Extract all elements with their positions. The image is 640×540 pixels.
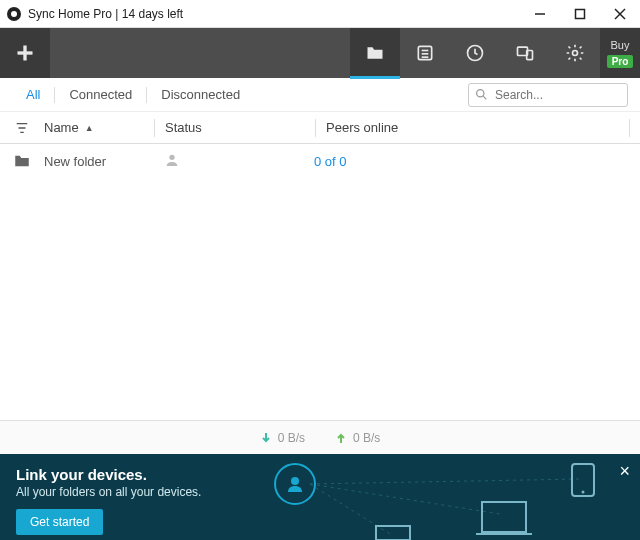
- svg-line-17: [483, 96, 486, 99]
- person-icon: [164, 152, 180, 168]
- search-wrap: [468, 83, 628, 107]
- svg-rect-24: [482, 502, 526, 532]
- row-status: [154, 152, 304, 171]
- status-bar: 0 B/s 0 B/s: [0, 420, 640, 454]
- folder-icon: [365, 43, 385, 63]
- clock-icon: [465, 43, 485, 63]
- svg-point-16: [477, 89, 484, 96]
- get-started-button[interactable]: Get started: [16, 509, 103, 535]
- row-name: New folder: [44, 154, 154, 169]
- column-name-label: Name: [44, 120, 79, 135]
- row-peers[interactable]: 0 of 0: [304, 154, 640, 169]
- upload-speed-value: 0 B/s: [353, 431, 380, 445]
- column-peers-label: Peers online: [326, 120, 398, 135]
- filter-connected[interactable]: Connected: [55, 87, 146, 102]
- folder-icon: [13, 152, 31, 170]
- folders-tab[interactable]: [350, 28, 400, 78]
- close-button[interactable]: [600, 0, 640, 28]
- separator: [315, 119, 316, 137]
- window-title: Sync Home Pro | 14 days left: [28, 7, 520, 21]
- devices-tab[interactable]: [500, 28, 550, 78]
- toolbar-spacer: [50, 28, 350, 78]
- buy-label: Buy: [611, 39, 630, 51]
- app-icon: [6, 6, 22, 22]
- banner-subtitle: All your folders on all your devices.: [16, 485, 624, 499]
- maximize-button[interactable]: [560, 0, 600, 28]
- svg-point-18: [169, 154, 174, 159]
- svg-rect-28: [376, 526, 410, 540]
- svg-point-1: [11, 11, 17, 17]
- arrow-up-icon: [335, 432, 347, 444]
- folder-list: New folder 0 of 0: [0, 144, 640, 420]
- search-input[interactable]: [468, 83, 628, 107]
- buy-pro-button[interactable]: Buy Pro: [600, 28, 640, 78]
- column-header: Name ▲ Status Peers online: [0, 112, 640, 144]
- row-folder-icon: [0, 152, 44, 170]
- titlebar: Sync Home Pro | 14 days left: [0, 0, 640, 28]
- filter-icon: [15, 121, 29, 135]
- filter-bar: All Connected Disconnected: [0, 78, 640, 112]
- column-name[interactable]: Name ▲: [44, 120, 154, 135]
- filter-disconnected[interactable]: Disconnected: [147, 87, 254, 102]
- table-row[interactable]: New folder 0 of 0: [0, 144, 640, 178]
- column-status[interactable]: Status: [165, 120, 315, 135]
- devices-icon: [515, 43, 535, 63]
- pro-badge: Pro: [607, 55, 634, 68]
- filter-icon-button[interactable]: [0, 121, 44, 135]
- window-controls: [520, 0, 640, 28]
- sort-asc-icon: ▲: [85, 123, 94, 133]
- settings-tab[interactable]: [550, 28, 600, 78]
- separator: [629, 119, 630, 137]
- add-button[interactable]: [0, 28, 50, 78]
- search-icon: [475, 88, 488, 101]
- list-tab[interactable]: [400, 28, 450, 78]
- svg-point-15: [573, 51, 578, 56]
- banner-title: Link your devices.: [16, 466, 624, 483]
- history-tab[interactable]: [450, 28, 500, 78]
- upload-speed: 0 B/s: [335, 431, 380, 445]
- svg-rect-7: [18, 51, 33, 54]
- main-toolbar: Buy Pro: [0, 28, 640, 78]
- link-devices-banner: Link your devices. All your folders on a…: [0, 454, 640, 540]
- arrow-down-icon: [260, 432, 272, 444]
- separator: [154, 119, 155, 137]
- column-peers[interactable]: Peers online: [326, 120, 629, 135]
- gear-icon: [565, 43, 585, 63]
- minimize-button[interactable]: [520, 0, 560, 28]
- svg-rect-3: [576, 9, 585, 18]
- download-speed: 0 B/s: [260, 431, 305, 445]
- filter-all[interactable]: All: [12, 87, 54, 102]
- banner-close-button[interactable]: ×: [619, 462, 630, 480]
- download-speed-value: 0 B/s: [278, 431, 305, 445]
- column-status-label: Status: [165, 120, 202, 135]
- list-icon: [415, 43, 435, 63]
